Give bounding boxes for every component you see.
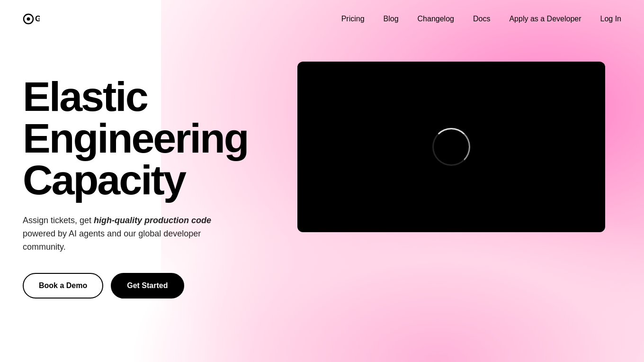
- nav-docs[interactable]: Docs: [473, 15, 490, 23]
- logo-icon: GitStart: [23, 13, 40, 25]
- nav-pricing[interactable]: Pricing: [341, 15, 365, 23]
- get-started-button[interactable]: Get Started: [111, 273, 184, 299]
- video-player[interactable]: [297, 62, 605, 232]
- nav-login[interactable]: Log In: [600, 15, 621, 23]
- svg-text:GitStart: GitStart: [35, 14, 40, 23]
- logo-link[interactable]: GitStart: [23, 13, 40, 25]
- hero-video-area: [297, 62, 621, 232]
- cta-buttons: Book a Demo Get Started: [23, 273, 278, 299]
- book-demo-button[interactable]: Book a Demo: [23, 273, 103, 299]
- navbar: GitStart Pricing Blog Changelog Docs App…: [0, 0, 644, 38]
- hero-title: Elastic Engineering Capacity: [23, 76, 278, 201]
- hero-section: Elastic Engineering Capacity Assign tick…: [0, 38, 644, 299]
- nav-links: Pricing Blog Changelog Docs Apply as a D…: [341, 15, 621, 23]
- svg-point-1: [27, 18, 30, 21]
- nav-changelog[interactable]: Changelog: [418, 15, 454, 23]
- hero-content-left: Elastic Engineering Capacity Assign tick…: [23, 66, 278, 299]
- nav-apply-developer[interactable]: Apply as a Developer: [509, 15, 581, 23]
- nav-blog[interactable]: Blog: [384, 15, 399, 23]
- hero-subtitle: Assign tickets, get high-quality product…: [23, 214, 231, 254]
- video-loading-spinner: [432, 128, 470, 166]
